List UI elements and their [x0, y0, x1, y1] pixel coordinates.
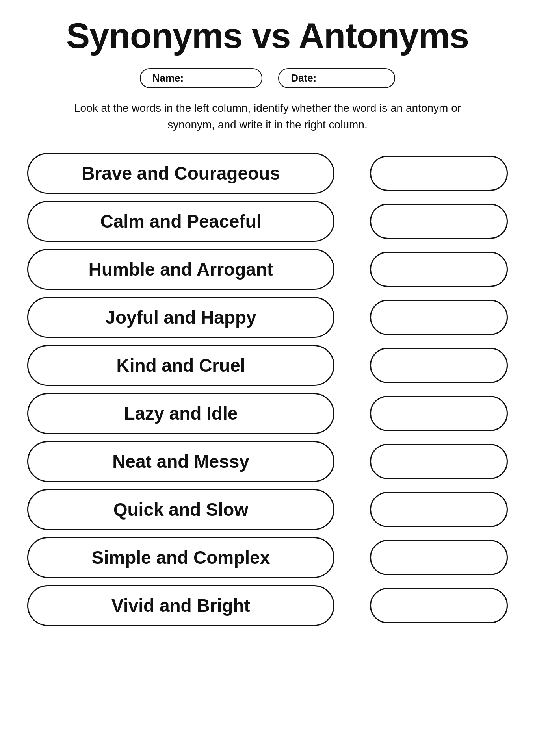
- answer-pill-1[interactable]: [370, 156, 508, 191]
- answer-pill-7[interactable]: [370, 444, 508, 479]
- word-row: Humble and Arrogant: [27, 249, 508, 290]
- word-row: Calm and Peaceful: [27, 201, 508, 242]
- word-pill-1: Brave and Courageous: [27, 153, 334, 194]
- date-label: Date:: [291, 72, 316, 84]
- word-pill-8: Quick and Slow: [27, 489, 334, 530]
- word-pill-6: Lazy and Idle: [27, 393, 334, 434]
- answer-pill-9[interactable]: [370, 540, 508, 575]
- answer-pill-4[interactable]: [370, 300, 508, 335]
- word-row: Joyful and Happy: [27, 297, 508, 338]
- word-pill-3: Humble and Arrogant: [27, 249, 334, 290]
- answer-pill-6[interactable]: [370, 396, 508, 431]
- word-pill-5: Kind and Cruel: [27, 345, 334, 386]
- answer-pill-2[interactable]: [370, 204, 508, 239]
- word-pill-2: Calm and Peaceful: [27, 201, 334, 242]
- word-row: Neat and Messy: [27, 441, 508, 482]
- word-pill-10: Vivid and Bright: [27, 585, 334, 626]
- word-row: Quick and Slow: [27, 489, 508, 530]
- instructions-text: Look at the words in the left column, id…: [71, 100, 464, 133]
- word-pill-9: Simple and Complex: [27, 537, 334, 578]
- word-row: Simple and Complex: [27, 537, 508, 578]
- word-row: Vivid and Bright: [27, 585, 508, 626]
- page: Synonyms vs Antonyms Name: Date: Look at…: [0, 0, 535, 756]
- fields-row: Name: Date:: [140, 68, 396, 88]
- answer-pill-10[interactable]: [370, 588, 508, 623]
- name-input[interactable]: [187, 72, 250, 84]
- answer-pill-8[interactable]: [370, 492, 508, 527]
- word-row: Lazy and Idle: [27, 393, 508, 434]
- date-input[interactable]: [320, 72, 383, 84]
- name-label: Name:: [152, 72, 184, 84]
- name-field-box: Name:: [140, 68, 262, 88]
- page-title: Synonyms vs Antonyms: [66, 16, 469, 56]
- answer-pill-3[interactable]: [370, 252, 508, 287]
- answer-pill-5[interactable]: [370, 348, 508, 383]
- date-field-box: Date:: [278, 68, 395, 88]
- word-pill-7: Neat and Messy: [27, 441, 334, 482]
- word-row: Kind and Cruel: [27, 345, 508, 386]
- word-row: Brave and Courageous: [27, 153, 508, 194]
- word-rows-container: Brave and CourageousCalm and PeacefulHum…: [27, 153, 508, 626]
- word-pill-4: Joyful and Happy: [27, 297, 334, 338]
